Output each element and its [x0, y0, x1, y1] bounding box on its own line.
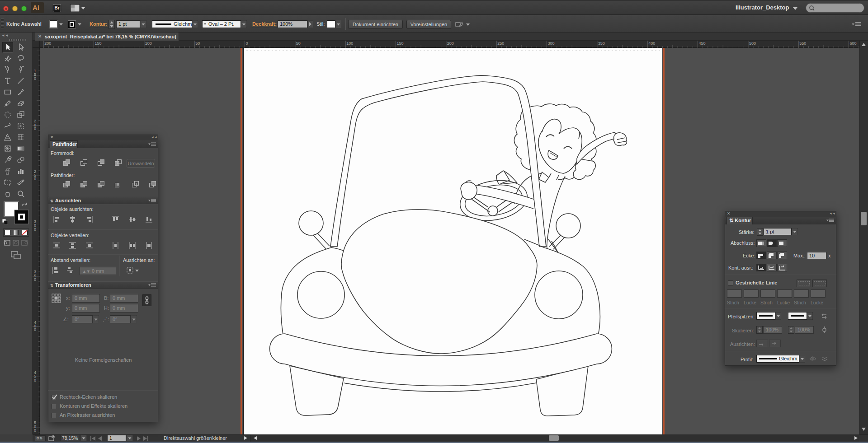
svg-text:50: 50: [195, 41, 200, 46]
svg-text:0: 0: [34, 227, 36, 232]
svg-text:0: 0: [246, 41, 248, 46]
svg-text:250: 250: [497, 41, 504, 46]
svg-text:500: 500: [749, 41, 756, 46]
svg-text:400: 400: [648, 41, 655, 46]
svg-text:200: 200: [44, 41, 51, 46]
svg-text:0: 0: [34, 327, 36, 332]
svg-text:300: 300: [548, 41, 555, 46]
svg-text:150: 150: [397, 41, 404, 46]
svg-text:0: 0: [34, 76, 36, 81]
svg-text:0: 0: [34, 378, 36, 382]
svg-text:150: 150: [95, 41, 102, 46]
svg-text:50: 50: [296, 41, 301, 46]
svg-text:600: 600: [850, 41, 857, 46]
svg-text:0: 0: [34, 126, 36, 131]
svg-text:550: 550: [799, 41, 806, 46]
svg-text:100: 100: [145, 41, 152, 46]
svg-text:0: 0: [34, 277, 36, 282]
svg-text:200: 200: [447, 41, 454, 46]
svg-text:350: 350: [598, 41, 605, 46]
svg-text:100: 100: [346, 41, 353, 46]
svg-text:0: 0: [34, 177, 36, 181]
svg-text:450: 450: [699, 41, 706, 46]
svg-text:0: 0: [34, 428, 36, 433]
